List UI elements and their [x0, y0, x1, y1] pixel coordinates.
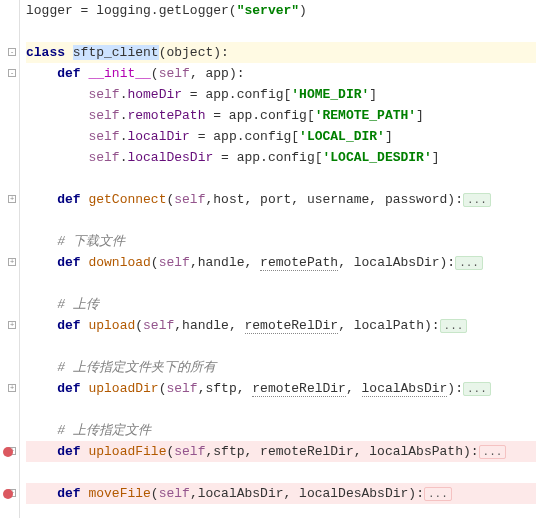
fold-placeholder[interactable]: ... [424, 487, 452, 501]
code-line-folded-breakpoint: def moveFile(self,localAbsDir, localDesA… [26, 483, 536, 504]
fold-toggle-icon[interactable]: + [8, 195, 16, 203]
fold-toggle-icon[interactable]: + [8, 384, 16, 392]
blank-line [26, 210, 536, 231]
fold-toggle-icon[interactable]: + [8, 321, 16, 329]
blank-line [26, 273, 536, 294]
fold-placeholder[interactable]: ... [479, 445, 507, 459]
blank-line [26, 21, 536, 42]
breakpoint-icon[interactable] [3, 489, 13, 499]
code-line-folded-breakpoint: def uploadFile(self,sftp, remoteRelDir, … [26, 441, 536, 462]
fold-toggle-icon[interactable]: - [8, 69, 16, 77]
code-line-folded: def download(self,handle, remotePath, lo… [26, 252, 536, 273]
comment-line: # 上传指定文件夹下的所有 [26, 357, 536, 378]
code-line: self.localDesDir = app.config['LOCAL_DES… [26, 147, 536, 168]
code-line-folded: def upload(self,handle, remoteRelDir, lo… [26, 315, 536, 336]
fold-toggle-icon[interactable]: - [8, 48, 16, 56]
comment-line: # 下载文件 [26, 231, 536, 252]
code-editor[interactable]: logger = logging.getLogger("server") cla… [20, 0, 536, 518]
code-line: def __init__(self, app): [26, 63, 536, 84]
code-line-folded: def uploadDir(self,sftp, remoteRelDir, l… [26, 378, 536, 399]
fold-placeholder[interactable]: ... [463, 193, 491, 207]
editor-gutter: - - + + + + + + [0, 0, 20, 518]
blank-line [26, 462, 536, 483]
code-line: self.localDir = app.config['LOCAL_DIR'] [26, 126, 536, 147]
fold-placeholder[interactable]: ... [455, 256, 483, 270]
blank-line [26, 336, 536, 357]
breakpoint-icon[interactable] [3, 447, 13, 457]
blank-line [26, 168, 536, 189]
comment-line: # 上传指定文件 [26, 420, 536, 441]
code-line-class-def: class sftp_client(object): [26, 42, 536, 63]
code-line: logger = logging.getLogger("server") [26, 0, 536, 21]
comment-line: # 上传 [26, 294, 536, 315]
fold-toggle-icon[interactable]: + [8, 258, 16, 266]
fold-placeholder[interactable]: ... [463, 382, 491, 396]
code-line-folded: def getConnect(self,host, port, username… [26, 189, 536, 210]
code-line: self.homeDir = app.config['HOME_DIR'] [26, 84, 536, 105]
fold-placeholder[interactable]: ... [440, 319, 468, 333]
blank-line [26, 399, 536, 420]
code-line: self.remotePath = app.config['REMOTE_PAT… [26, 105, 536, 126]
